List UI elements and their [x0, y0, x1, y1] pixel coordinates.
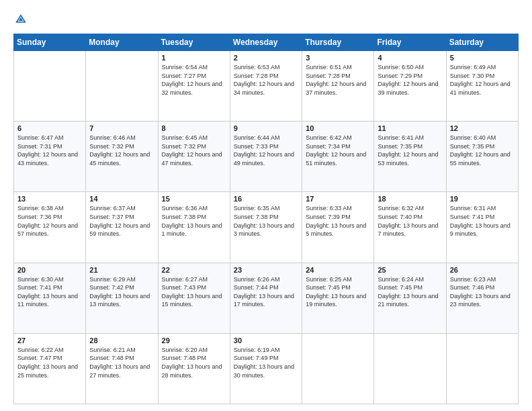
daylight-label: Daylight: 13 hours and 17 minutes. [234, 293, 294, 308]
day-number: 8 [162, 124, 226, 132]
sunrise-label: Sunrise: 6:42 AM [306, 134, 352, 141]
day-info: Sunrise: 6:19 AM Sunset: 7:49 PM Dayligh… [234, 346, 298, 379]
daylight-label: Daylight: 13 hours and 3 minutes. [234, 222, 294, 238]
day-cell: 16 Sunrise: 6:35 AM Sunset: 7:38 PM Dayl… [230, 192, 302, 263]
day-number: 23 [234, 266, 298, 274]
sunrise-label: Sunrise: 6:19 AM [234, 347, 280, 353]
day-cell: 12 Sunrise: 6:40 AM Sunset: 7:35 PM Dayl… [446, 122, 518, 192]
sunrise-label: Sunrise: 6:50 AM [378, 64, 424, 71]
sunrise-label: Sunrise: 6:47 AM [17, 134, 64, 141]
day-cell [14, 51, 86, 122]
daylight-label: Daylight: 13 hours and 23 minutes. [450, 293, 511, 308]
day-info: Sunrise: 6:32 AM Sunset: 7:40 PM Dayligh… [378, 204, 442, 238]
sunrise-label: Sunrise: 6:30 AM [17, 276, 64, 283]
day-info: Sunrise: 6:54 AM Sunset: 7:27 PM Dayligh… [162, 63, 226, 97]
sunrise-label: Sunrise: 6:41 AM [378, 134, 424, 141]
day-number: 22 [162, 266, 226, 274]
daylight-label: Daylight: 13 hours and 25 minutes. [17, 363, 78, 379]
daylight-label: Daylight: 12 hours and 34 minutes. [234, 81, 294, 96]
sunrise-label: Sunrise: 6:45 AM [162, 134, 208, 141]
week-row-3: 13 Sunrise: 6:38 AM Sunset: 7:36 PM Dayl… [14, 192, 519, 263]
day-number: 10 [306, 124, 370, 132]
daylight-label: Daylight: 13 hours and 27 minutes. [89, 363, 150, 379]
daylight-label: Daylight: 12 hours and 43 minutes. [17, 151, 78, 167]
sunrise-label: Sunrise: 6:54 AM [162, 64, 208, 71]
week-row-2: 6 Sunrise: 6:47 AM Sunset: 7:31 PM Dayli… [14, 122, 519, 192]
col-header-saturday: Saturday [446, 34, 518, 51]
day-number: 21 [89, 266, 154, 274]
day-cell: 21 Sunrise: 6:29 AM Sunset: 7:42 PM Dayl… [86, 263, 158, 333]
day-info: Sunrise: 6:29 AM Sunset: 7:42 PM Dayligh… [89, 275, 154, 309]
day-info: Sunrise: 6:37 AM Sunset: 7:37 PM Dayligh… [89, 204, 154, 238]
calendar-table: SundayMondayTuesdayWednesdayThursdayFrid… [13, 34, 519, 404]
day-cell: 24 Sunrise: 6:25 AM Sunset: 7:45 PM Dayl… [302, 263, 374, 333]
daylight-label: Daylight: 12 hours and 57 minutes. [17, 222, 78, 238]
day-number: 12 [450, 124, 515, 132]
page: SundayMondayTuesdayWednesdayThursdayFrid… [0, 0, 532, 411]
day-number: 19 [450, 195, 515, 203]
sunset-label: Sunset: 7:41 PM [17, 284, 62, 291]
day-cell: 30 Sunrise: 6:19 AM Sunset: 7:49 PM Dayl… [230, 333, 302, 404]
day-cell: 11 Sunrise: 6:41 AM Sunset: 7:35 PM Dayl… [374, 122, 446, 192]
day-info: Sunrise: 6:24 AM Sunset: 7:45 PM Dayligh… [378, 275, 442, 309]
day-number: 30 [234, 336, 298, 345]
day-number: 5 [450, 54, 515, 62]
day-cell: 27 Sunrise: 6:22 AM Sunset: 7:47 PM Dayl… [14, 333, 86, 404]
col-header-monday: Monday [86, 34, 158, 51]
day-number: 13 [17, 195, 82, 203]
sunset-label: Sunset: 7:39 PM [306, 214, 351, 220]
day-number: 28 [89, 336, 154, 345]
day-number: 27 [17, 336, 82, 345]
header [13, 12, 519, 27]
day-cell [374, 333, 446, 404]
daylight-label: Daylight: 12 hours and 53 minutes. [378, 151, 438, 167]
sunset-label: Sunset: 7:43 PM [162, 284, 207, 291]
day-cell [302, 333, 374, 404]
sunset-label: Sunset: 7:32 PM [89, 143, 134, 150]
day-number: 11 [378, 124, 442, 132]
sunrise-label: Sunrise: 6:26 AM [234, 276, 280, 283]
day-cell: 15 Sunrise: 6:36 AM Sunset: 7:38 PM Dayl… [158, 192, 230, 263]
sunset-label: Sunset: 7:38 PM [234, 214, 279, 220]
day-info: Sunrise: 6:21 AM Sunset: 7:48 PM Dayligh… [89, 346, 154, 379]
sunset-label: Sunset: 7:34 PM [306, 143, 351, 150]
daylight-label: Daylight: 12 hours and 49 minutes. [234, 151, 294, 167]
daylight-label: Daylight: 12 hours and 55 minutes. [450, 151, 511, 167]
day-cell: 28 Sunrise: 6:21 AM Sunset: 7:48 PM Dayl… [86, 333, 158, 404]
day-number: 24 [306, 266, 370, 274]
sunrise-label: Sunrise: 6:32 AM [378, 205, 424, 212]
day-info: Sunrise: 6:35 AM Sunset: 7:38 PM Dayligh… [234, 204, 298, 238]
daylight-label: Daylight: 12 hours and 47 minutes. [162, 151, 222, 167]
day-info: Sunrise: 6:53 AM Sunset: 7:28 PM Dayligh… [234, 63, 298, 97]
day-number: 26 [450, 266, 515, 274]
sunset-label: Sunset: 7:49 PM [234, 355, 279, 361]
day-cell: 26 Sunrise: 6:23 AM Sunset: 7:46 PM Dayl… [446, 263, 518, 333]
sunrise-label: Sunrise: 6:46 AM [89, 134, 136, 141]
sunrise-label: Sunrise: 6:33 AM [306, 205, 352, 212]
sunrise-label: Sunrise: 6:21 AM [89, 347, 136, 353]
sunrise-label: Sunrise: 6:25 AM [306, 276, 352, 283]
daylight-label: Daylight: 13 hours and 5 minutes. [306, 222, 366, 238]
day-number: 9 [234, 124, 298, 132]
sunrise-label: Sunrise: 6:29 AM [89, 276, 136, 283]
sunset-label: Sunset: 7:27 PM [162, 73, 207, 79]
day-cell: 6 Sunrise: 6:47 AM Sunset: 7:31 PM Dayli… [14, 122, 86, 192]
sunrise-label: Sunrise: 6:37 AM [89, 205, 136, 212]
week-row-4: 20 Sunrise: 6:30 AM Sunset: 7:41 PM Dayl… [14, 263, 519, 333]
col-header-tuesday: Tuesday [158, 34, 230, 51]
day-number: 15 [162, 195, 226, 203]
day-info: Sunrise: 6:45 AM Sunset: 7:32 PM Dayligh… [162, 134, 226, 167]
daylight-label: Daylight: 13 hours and 28 minutes. [162, 363, 222, 379]
day-info: Sunrise: 6:26 AM Sunset: 7:44 PM Dayligh… [234, 275, 298, 309]
daylight-label: Daylight: 12 hours and 39 minutes. [378, 81, 438, 96]
day-number: 1 [162, 54, 226, 62]
week-row-5: 27 Sunrise: 6:22 AM Sunset: 7:47 PM Dayl… [14, 333, 519, 404]
day-info: Sunrise: 6:42 AM Sunset: 7:34 PM Dayligh… [306, 134, 370, 167]
sunset-label: Sunset: 7:42 PM [89, 284, 134, 291]
day-info: Sunrise: 6:31 AM Sunset: 7:41 PM Dayligh… [450, 204, 515, 238]
day-cell: 18 Sunrise: 6:32 AM Sunset: 7:40 PM Dayl… [374, 192, 446, 263]
day-info: Sunrise: 6:23 AM Sunset: 7:46 PM Dayligh… [450, 275, 515, 309]
day-cell: 2 Sunrise: 6:53 AM Sunset: 7:28 PM Dayli… [230, 51, 302, 122]
day-cell: 23 Sunrise: 6:26 AM Sunset: 7:44 PM Dayl… [230, 263, 302, 333]
sunrise-label: Sunrise: 6:31 AM [450, 205, 496, 212]
